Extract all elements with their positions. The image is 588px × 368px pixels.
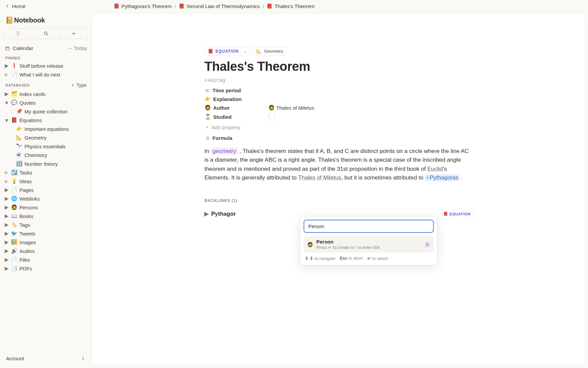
keyword-geometry[interactable]: geometry [211, 148, 238, 155]
link-thales-miletus[interactable]: Thales of Miletus [298, 174, 341, 181]
twisty-icon[interactable]: ▶ [5, 91, 9, 97]
link-euclid[interactable]: Euclid [427, 166, 443, 172]
link-search-input[interactable] [304, 220, 434, 233]
add-tag-button[interactable]: #Add tag [205, 77, 473, 83]
twisty-icon[interactable]: ▶ [5, 204, 9, 210]
history-back-all-icon[interactable] [95, 2, 98, 10]
twisty-icon[interactable]: ▶ [5, 63, 9, 69]
pinned-item[interactable]: ▶❗Stuff before release [3, 61, 89, 70]
search-button[interactable] [32, 29, 60, 39]
sidebar-actions [4, 28, 88, 39]
breadcrumb: 📕Pythagoras's Theorem / 📕Second Law of T… [113, 3, 315, 9]
twisty-icon[interactable]: ▶ [5, 187, 9, 193]
chevron-down-icon[interactable]: ⌄ [241, 49, 247, 54]
plus-icon: ＋ [205, 124, 210, 130]
menu-icon[interactable] [581, 2, 583, 10]
author-value: Thales of Miletus [276, 105, 314, 111]
account-link[interactable]: Account [6, 356, 24, 361]
breadcrumb-item[interactable]: 📕Pythagoras's Theorem [113, 3, 172, 9]
sidebar-db-item[interactable]: ▼📕Equations [3, 116, 89, 124]
add-property-button[interactable]: ＋Add property [205, 123, 473, 135]
copy-icon[interactable] [572, 2, 575, 10]
sidebar-db-item[interactable]: ▶🔊Audios [3, 247, 89, 255]
sidebar-db-child[interactable]: 🔭Physics essentials [3, 142, 89, 151]
text-lines-icon [205, 88, 210, 93]
mention-pythagoras[interactable]: +Pythagoras [425, 174, 460, 181]
create-link-popup: 🧔 Person Press ↵ to create or / to enter… [300, 216, 437, 265]
pinned-item[interactable]: ▶📄What I will do next [3, 70, 89, 79]
twisty-icon[interactable]: ▶ [5, 239, 9, 245]
sidebar-db-item[interactable]: ▶☑️Tasks [3, 168, 89, 177]
settings-icon[interactable] [83, 2, 86, 10]
sidebar-db-item[interactable]: ▶💡Ideas [3, 177, 89, 186]
type-chip-equation[interactable]: 📕 EQUATION ⌄ [205, 47, 251, 55]
pin-icon[interactable] [554, 2, 557, 10]
prop-studied[interactable]: ⏳Studied [205, 113, 473, 120]
sidebar-db-item[interactable]: ▶🐦Tweets [3, 229, 89, 238]
sidebar-db-item[interactable]: ▶🖼️Images [3, 238, 89, 247]
database-icon [424, 242, 430, 248]
history-forward-icon[interactable] [107, 2, 110, 10]
page-body[interactable]: In geometry , Thales's theorem states th… [205, 147, 473, 182]
history-back-icon[interactable] [101, 2, 104, 10]
page-title[interactable]: Thales's Theorem [205, 59, 473, 74]
twisty-icon[interactable]: ▶ [5, 71, 9, 77]
sidebar-db-item[interactable]: ▶🗂️Index cards [3, 90, 89, 98]
calendar-icon [5, 46, 10, 51]
sidebar-db-item[interactable]: ▶📄Files [3, 255, 89, 264]
bookmark-icon[interactable] [537, 2, 540, 10]
breadcrumb-sep: / [174, 3, 176, 9]
sidebar-db-child[interactable]: 🔢Number theory [3, 159, 89, 168]
moon-icon[interactable] [563, 2, 566, 10]
sidebar-db-item[interactable]: ▶📑PDFs [3, 264, 89, 273]
breadcrumb-item[interactable]: 📕Second Law of Thermodynamics [178, 3, 260, 9]
shuffle-icon[interactable] [528, 2, 531, 10]
twisty-icon[interactable]: ▶ [5, 213, 9, 219]
sidebar-db-item[interactable]: ▼💬Quotes [3, 98, 89, 107]
tag-chip-geometry[interactable]: 📐 Geometry [253, 47, 286, 55]
svg-rect-4 [6, 47, 9, 50]
expand-icon[interactable] [89, 2, 92, 10]
twisty-icon[interactable]: ▶ [5, 178, 9, 184]
twisty-icon[interactable]: ▼ [5, 100, 9, 106]
breadcrumb-item[interactable]: 📕Thales's Theorem [267, 3, 315, 9]
twisty-icon[interactable]: ▶ [5, 222, 9, 228]
sidebar: 📔 Notebook Calendar → Today PINNED ▶❗Stu… [0, 12, 92, 368]
add-type-button[interactable]: ＋ Type [70, 82, 87, 88]
twisty-icon[interactable]: ▶ [5, 230, 9, 236]
prop-formula[interactable]: Formula [205, 135, 473, 141]
sidebar-db-child[interactable]: 📐Geometry [3, 133, 89, 142]
twisty-icon[interactable]: ▶ [5, 265, 9, 271]
sidebar-db-item[interactable]: ▶📖Books [3, 212, 89, 220]
home-link[interactable]: Home [5, 3, 25, 9]
backlinks-heading: BACKLINKS (1) [205, 198, 473, 203]
home-label: Home [12, 3, 25, 9]
twisty-icon[interactable]: ▶ [205, 210, 209, 217]
suggestion-item[interactable]: 🧔 Person Press ↵ to create or / to enter… [304, 236, 434, 253]
scissors-icon[interactable] [546, 2, 548, 10]
twisty-icon[interactable]: ▶ [5, 257, 9, 263]
prop-author[interactable]: 🧔Author 🧔Thales of Miletus [205, 105, 473, 111]
sidebar-db-child[interactable]: 👉Important equations [3, 124, 89, 133]
twisty-icon[interactable]: ▼ [5, 117, 9, 123]
prop-time-period[interactable]: Time period [205, 88, 473, 93]
chevron-right-icon[interactable] [81, 356, 86, 361]
prop-explanation[interactable]: 👉Explanation [205, 96, 473, 102]
sidebar-db-item[interactable]: ▶🏷️Tags [3, 220, 89, 229]
notebook-title[interactable]: 📔 Notebook [3, 14, 89, 28]
studied-checkbox[interactable] [268, 113, 275, 120]
ideas-button[interactable] [4, 29, 32, 39]
twisty-icon[interactable]: ▶ [5, 169, 9, 175]
sidebar-db-item[interactable]: ▶🧔Persons [3, 203, 89, 212]
today-link[interactable]: → Today [67, 45, 87, 51]
backlink-type-badge: 📕EQUATION [441, 210, 473, 217]
new-button[interactable] [60, 29, 88, 39]
twisty-icon[interactable]: ▶ [5, 196, 9, 202]
sidebar-db-item[interactable]: ▶📄Pages [3, 186, 89, 194]
sidebar-db-child[interactable]: 📌My quote collection [3, 107, 89, 116]
person-icon: 🧔 [307, 242, 313, 247]
sidebar-db-child[interactable]: ⚗️Chemistry [3, 151, 89, 159]
sidebar-db-item[interactable]: ▶🌐Weblinks [3, 194, 89, 203]
calendar-link[interactable]: Calendar [13, 45, 33, 51]
twisty-icon[interactable]: ▶ [5, 248, 9, 254]
